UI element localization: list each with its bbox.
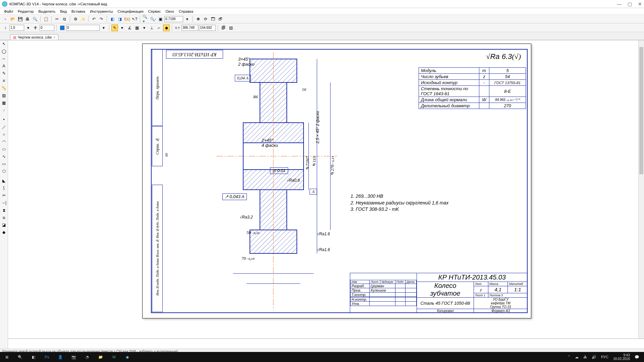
tray-vol-icon[interactable]: 🔊 [592,355,596,359]
fillet-tool[interactable]: ⟆ [0,185,8,191]
angle-button[interactable]: ∡ [126,24,133,31]
tab-close-icon[interactable]: × [53,36,55,39]
zoom-in-button[interactable]: 🔍+ [142,16,149,22]
trim-tool[interactable]: ✂ [0,192,8,199]
menu-service[interactable]: Сервис [146,9,163,14]
command-line[interactable] [8,339,644,349]
window-maximize-button[interactable]: ▢ [628,1,632,7]
ellipse-tool[interactable]: ⬭ [0,146,8,153]
help-arrow-button[interactable]: ↖? [131,16,138,22]
menu-insert[interactable]: Вставка [69,9,87,14]
tray-clock[interactable]: 9:4318.02.2016 [613,353,630,361]
preview-button[interactable]: 🔍 [32,16,38,22]
menu-window[interactable]: Окно [163,9,176,14]
dim-tool[interactable]: ↔ [0,55,8,62]
field2[interactable] [40,25,54,31]
style-button[interactable]: ↕ [2,24,9,31]
geom-tool[interactable]: ◯ [0,48,8,55]
tray-net-icon[interactable]: 🖧 [583,355,587,359]
menu-file[interactable]: Файл [2,9,15,14]
misc-a-button[interactable]: 🗐 [220,24,227,31]
polygon-tool[interactable]: ⬠ [0,168,8,175]
tray-lang[interactable]: РУС [601,355,608,359]
pan-button[interactable]: ✥ [195,16,202,22]
app-people-icon[interactable]: 👤 [54,352,67,362]
chamfer-tool[interactable]: ◣ [0,177,8,184]
app-ps-icon[interactable]: Ps [40,352,54,362]
tray-up-icon[interactable]: ˄ [568,355,570,359]
axes-button[interactable]: ⌐ [156,24,162,31]
wand-button[interactable]: ✨ [79,16,86,22]
hatch-tool[interactable]: ▨ [0,92,8,99]
menu-spec[interactable]: Спецификация [116,9,146,14]
dropdown-icon[interactable]: ▾ [25,24,32,31]
new-button[interactable]: ▫ [2,16,9,22]
misc-b-button[interactable]: ▤ [227,24,234,31]
table-tool[interactable]: ▦ [0,100,8,106]
extend-tool[interactable]: →| [0,199,8,206]
param-tool[interactable]: ≡ [0,77,8,84]
print-button[interactable]: 🖶 [24,16,31,22]
ortho-button[interactable]: ⊥ [148,24,155,31]
paste-button[interactable]: 📋 [43,16,49,22]
vars-button[interactable]: ◧ [109,16,116,22]
menu-help[interactable]: Справка [177,9,195,14]
project-tool[interactable]: ◪ [0,222,8,228]
layer-button[interactable]: 🟦 [59,24,65,31]
dropdown-icon[interactable]: ▾ [184,16,191,22]
measure-tool[interactable]: 📏 [0,85,8,92]
zoom-fit-button[interactable]: ▣ [157,16,164,22]
drawing-canvas[interactable]: Перв. примен. Справ. № Инв.№подп. Подп. … [8,40,644,339]
grid-button[interactable]: ▦ [133,24,140,31]
snap2-button[interactable]: ◆ [163,24,170,31]
zoom-input[interactable] [164,16,183,22]
dropdown-icon[interactable]: ▾ [141,24,148,31]
cut-button[interactable]: ✂ [54,16,60,22]
dropdown-icon[interactable]: ▾ [100,24,107,31]
coord-y[interactable] [199,25,216,31]
properties-button[interactable]: ⚙ [72,16,79,22]
zoom-out-button[interactable]: 🔍- [150,16,156,22]
arc-tool[interactable]: ◠ [0,138,8,145]
layer-input[interactable] [66,25,100,31]
toggle-a-button[interactable]: 🗔 [210,16,216,22]
text-tool[interactable]: A [0,63,8,69]
app-explorer-icon[interactable]: 📁 [94,352,107,362]
app-chrome-icon[interactable]: ◔ [80,352,94,362]
window-close-button[interactable]: ✕ [638,1,642,7]
start-button[interactable]: ⊞ [0,352,13,362]
coord-x[interactable] [181,25,198,31]
taskview-button[interactable]: ◧ [27,352,40,362]
menu-view[interactable]: Вид [58,9,69,14]
open-button[interactable]: 📂 [9,16,16,22]
refresh-button[interactable]: ⟳ [202,16,209,22]
dropdown-icon[interactable]: ▾ [119,24,125,31]
menu-edit[interactable]: Редактор [16,9,36,14]
window-minimize-button[interactable]: — [617,1,622,7]
undo-button[interactable]: ↶ [91,16,97,22]
rect-tool[interactable]: ▭ [0,161,8,167]
app-word-icon[interactable]: W [107,352,121,362]
app-camera-icon[interactable]: 📷 [67,352,80,362]
select-tool[interactable]: ↖ [0,41,8,47]
vertical-scrollbar[interactable] [638,40,644,339]
circle-tool[interactable]: ○ [0,131,8,138]
draw-mode-button[interactable]: ✎ [111,24,118,31]
point-tool[interactable]: • [0,116,8,123]
tray-cloud-icon[interactable]: ☁ [575,355,579,359]
last-tool[interactable]: ◆ [0,229,8,236]
menu-select[interactable]: Выделить [36,9,57,14]
save-button[interactable]: 💾 [17,16,23,22]
tray-notif-icon[interactable]: 💬 [635,355,639,359]
copy-button[interactable]: ⧉ [61,16,68,22]
document-tab[interactable]: ▤ Чертеж колеса .cdw × [10,34,58,40]
mirror-tool[interactable]: ⧗ [0,207,8,214]
hatch2-tool[interactable]: ⧅ [0,214,8,221]
menu-tools[interactable]: Инструменты [88,9,115,14]
surface-tool[interactable]: ⟋ [0,107,8,114]
app-kompas-icon[interactable]: ◉ [121,352,134,362]
toggle-b-button[interactable]: 🗗 [217,16,224,22]
snap-button[interactable]: ⸎ [32,24,39,31]
edit-tool[interactable]: ✎ [0,70,8,77]
search-button[interactable]: 🔍 [13,352,27,362]
